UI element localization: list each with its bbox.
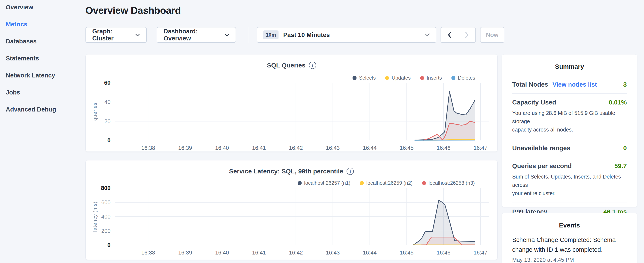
- x-axis-tick: 16:38: [141, 145, 155, 151]
- x-axis-tick: 16:42: [289, 145, 303, 151]
- x-axis-tick: 16:43: [326, 249, 340, 256]
- time-forward-button[interactable]: [458, 28, 476, 42]
- summary-value: 3: [623, 81, 627, 88]
- time-nav-group: [440, 27, 476, 43]
- legend-item-inserts: Inserts: [420, 75, 442, 81]
- x-axis-tick: 16:44: [363, 249, 376, 256]
- sql-queries-chart[interactable]: 020406016:3816:3916:4016:4116:4216:4316:…: [86, 55, 497, 151]
- chevron-right-icon: [465, 32, 469, 38]
- sidebar-item-network-latency[interactable]: Network Latency: [6, 72, 55, 79]
- x-axis-tick: 16:42: [289, 249, 303, 256]
- summary-row-top: Capacity Used0.01%: [512, 99, 627, 106]
- legend-dot: [422, 181, 426, 185]
- now-button[interactable]: Now: [480, 27, 504, 43]
- y-axis-tick: 800: [101, 185, 110, 191]
- controls-divider: [248, 27, 248, 43]
- chart-canvas[interactable]: 020040060080016:3816:3916:4016:4116:4216…: [86, 160, 498, 260]
- summary-row-top: Unavailable ranges0: [512, 144, 627, 152]
- legend-label: Selects: [359, 75, 376, 81]
- events-list: Schema Change Completed: Schema change w…: [512, 235, 627, 263]
- y-axis-tick: 600: [102, 199, 110, 205]
- info-icon[interactable]: i: [346, 168, 354, 175]
- dashboard-label: Dashboard: Overview: [164, 28, 224, 42]
- summary-row-top: Queries per second59.7: [512, 162, 627, 170]
- x-axis-tick: 16:45: [400, 145, 414, 151]
- dashboard-dropdown[interactable]: Dashboard: Overview: [157, 27, 236, 43]
- y-axis-tick: 200: [102, 228, 110, 234]
- legend-dot: [360, 181, 364, 185]
- overview-dashboard-page: OverviewMetricsDatabasesStatementsNetwor…: [0, 0, 644, 263]
- chart-legend: SelectsUpdatesInsertsDeletes: [352, 75, 476, 81]
- chevron-left-icon: [448, 32, 451, 38]
- legend-item-localhost-26257-n1: localhost:26257 (n1): [298, 180, 350, 186]
- view-nodes-list-link[interactable]: View nodes list: [552, 81, 597, 88]
- x-axis-tick: 16:39: [178, 145, 192, 151]
- events-title: Events: [512, 222, 627, 229]
- event-message: Schema Change Completed: Schema change w…: [512, 235, 627, 254]
- y-axis-tick: 400: [102, 213, 110, 220]
- sql-queries-chart-panel: SQL Queries i 020406016:3816:3916:4016:4…: [86, 54, 498, 152]
- x-axis-tick: 16:38: [141, 249, 155, 256]
- legend-label: localhost:26257 (n1): [304, 180, 350, 186]
- x-axis-tick: 16:40: [215, 145, 229, 151]
- legend-item-localhost-26258-n3: localhost:26258 (n3): [422, 180, 475, 186]
- graph-scope-label: Graph: Cluster: [92, 28, 135, 42]
- events-panel: Events Schema Change Completed: Schema c…: [502, 213, 637, 263]
- event-timestamp: May 13, 2020 at 4:45 PM: [512, 256, 627, 263]
- legend-item-deletes: Deletes: [451, 75, 475, 81]
- legend-item-selects: Selects: [352, 75, 376, 81]
- summary-description: You are using 28.6 MiB of 515.9 GiB usab…: [512, 109, 627, 134]
- chart-title-row: Service Latency: SQL, 99th percentile i: [86, 168, 497, 175]
- legend-label: Deletes: [458, 75, 475, 81]
- legend-item-localhost-26259-n2: localhost:26259 (n2): [360, 180, 412, 186]
- summary-rows: Total NodesView nodes list3Capacity Used…: [512, 76, 627, 220]
- graph-scope-dropdown[interactable]: Graph: Cluster: [86, 27, 147, 43]
- summary-panel: Summary Total NodesView nodes list3Capac…: [502, 54, 637, 207]
- summary-value: 59.7: [614, 162, 627, 170]
- chart-canvas[interactable]: 020406016:3816:3916:4016:4116:4216:4316:…: [86, 55, 498, 152]
- legend-item-updates: Updates: [385, 75, 410, 81]
- chart-title: Service Latency: SQL, 99th percentile: [229, 168, 343, 175]
- summary-value: 0.01%: [609, 99, 627, 106]
- x-axis-tick: 16:43: [326, 145, 340, 151]
- chevron-down-icon: [135, 34, 140, 36]
- page-title: Overview Dashboard: [86, 5, 181, 16]
- x-axis-tick: 16:41: [252, 145, 266, 151]
- x-axis-tick: 16:46: [437, 249, 450, 256]
- chevron-down-icon: [224, 34, 229, 36]
- sidebar-item-overview[interactable]: Overview: [6, 4, 33, 11]
- summary-row-total-nodes: Total NodesView nodes list3: [512, 76, 627, 94]
- legend-dot: [451, 76, 456, 80]
- x-axis-tick: 16:40: [215, 249, 229, 256]
- y-axis-label: queries: [92, 103, 98, 121]
- summary-row-capacity-used: Capacity Used0.01%You are using 28.6 MiB…: [512, 94, 627, 139]
- time-range-dropdown[interactable]: 10m Past 10 Minutes: [257, 27, 436, 43]
- x-axis-tick: 16:47: [474, 145, 487, 151]
- sidebar-item-databases[interactable]: Databases: [6, 38, 36, 45]
- summary-description: Sum of Selects, Updates, Inserts, and De…: [512, 173, 627, 197]
- chart-title: SQL Queries: [267, 62, 305, 69]
- chevron-down-icon: [425, 34, 430, 36]
- chart-legend: localhost:26257 (n1)localhost:26259 (n2)…: [298, 180, 475, 186]
- x-axis-tick: 16:47: [474, 249, 487, 256]
- sidebar: OverviewMetricsDatabasesStatementsNetwor…: [0, 0, 86, 263]
- x-axis-tick: 16:44: [363, 145, 376, 151]
- info-icon[interactable]: i: [309, 62, 316, 69]
- y-axis-tick: 0: [107, 137, 110, 144]
- x-axis-tick: 16:41: [252, 249, 266, 256]
- sidebar-item-metrics[interactable]: Metrics: [6, 21, 28, 28]
- service-latency-chart-panel: Service Latency: SQL, 99th percentile i …: [86, 160, 498, 260]
- y-axis-tick: 40: [104, 99, 110, 105]
- summary-label: Capacity Used: [512, 99, 556, 106]
- sidebar-item-advanced-debug[interactable]: Advanced Debug: [6, 106, 56, 113]
- time-back-button[interactable]: [441, 28, 458, 42]
- service-latency-chart[interactable]: 020040060080016:3816:3916:4016:4116:4216…: [86, 160, 497, 259]
- summary-value: 0: [623, 144, 627, 152]
- x-axis-tick: 16:39: [178, 249, 192, 256]
- summary-label: Total Nodes: [512, 81, 548, 88]
- summary-label: Queries per second: [512, 162, 572, 170]
- y-axis-tick: 20: [104, 118, 110, 124]
- sidebar-item-jobs[interactable]: Jobs: [6, 89, 20, 96]
- sidebar-item-statements[interactable]: Statements: [6, 55, 39, 62]
- legend-dot: [352, 76, 356, 80]
